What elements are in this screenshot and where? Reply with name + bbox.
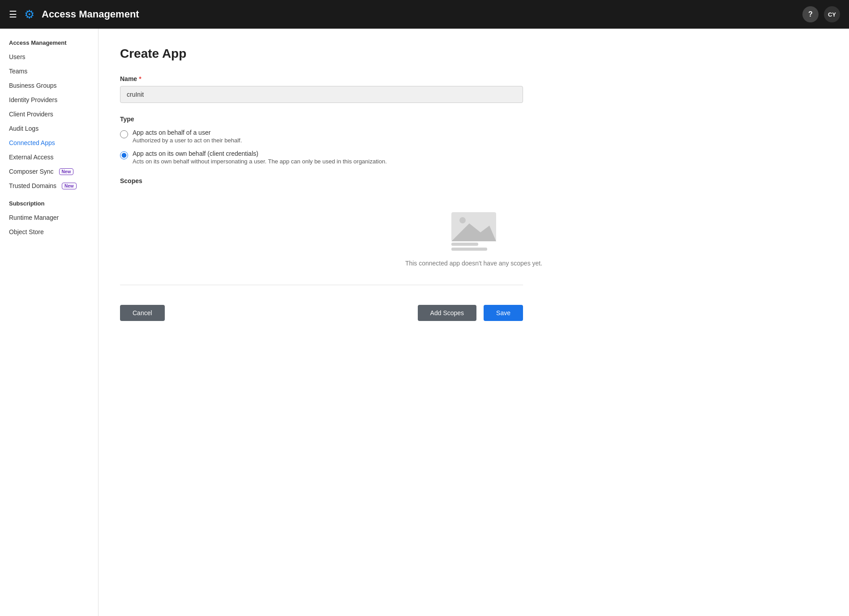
name-field-section: Name * bbox=[120, 75, 828, 103]
sidebar-item-external-access[interactable]: External Access bbox=[0, 150, 98, 164]
sidebar-item-business-groups[interactable]: Business Groups bbox=[0, 78, 98, 93]
required-star: * bbox=[139, 75, 141, 82]
scopes-label: Scopes bbox=[120, 177, 828, 184]
svg-point-2 bbox=[459, 217, 466, 223]
hamburger-icon[interactable]: ☰ bbox=[9, 9, 17, 20]
scopes-section: Scopes This connected app doesn't have a… bbox=[120, 177, 828, 285]
sidebar: Access Management Users Teams Business G… bbox=[0, 29, 99, 616]
sidebar-item-users[interactable]: Users bbox=[0, 50, 98, 64]
radio-on-behalf-label[interactable]: App acts on behalf of a user Authorized … bbox=[133, 129, 242, 144]
radio-on-behalf-input[interactable] bbox=[120, 130, 128, 138]
sidebar-section-subscription: Subscription bbox=[0, 200, 98, 210]
trusted-domains-new-badge: New bbox=[62, 183, 77, 189]
top-navbar: ☰ ⚙ Access Management ? CY bbox=[0, 0, 849, 29]
scopes-empty-illustration bbox=[438, 208, 510, 252]
sidebar-item-composer-sync[interactable]: Composer Sync New bbox=[0, 164, 98, 179]
svg-rect-3 bbox=[451, 243, 478, 246]
sidebar-item-teams[interactable]: Teams bbox=[0, 64, 98, 78]
cancel-button[interactable]: Cancel bbox=[120, 305, 165, 321]
sidebar-item-client-providers[interactable]: Client Providers bbox=[0, 107, 98, 121]
composer-sync-new-badge: New bbox=[59, 168, 74, 175]
gear-icon: ⚙ bbox=[24, 8, 34, 21]
name-input[interactable] bbox=[120, 86, 523, 103]
sidebar-item-audit-logs[interactable]: Audit Logs bbox=[0, 121, 98, 136]
radio-client-credentials-label[interactable]: App acts on its own behalf (client crede… bbox=[133, 150, 387, 165]
main-content-area: Create App Name * Type App acts on behal… bbox=[99, 29, 849, 616]
name-label: Name * bbox=[120, 75, 828, 82]
radio-client-credentials-input[interactable] bbox=[120, 151, 128, 159]
svg-rect-4 bbox=[451, 248, 487, 251]
sidebar-section-access-management: Access Management bbox=[0, 39, 98, 50]
scopes-empty-state: This connected app doesn't have any scop… bbox=[120, 193, 828, 285]
topnav-left: ☰ ⚙ Access Management bbox=[9, 8, 139, 21]
scopes-divider bbox=[120, 285, 523, 285]
type-field-section: Type App acts on behalf of a user Author… bbox=[120, 116, 828, 165]
add-scopes-button[interactable]: Add Scopes bbox=[418, 305, 477, 321]
topnav-right: ? CY bbox=[802, 6, 840, 22]
sidebar-item-connected-apps[interactable]: Connected Apps bbox=[0, 136, 98, 150]
type-label: Type bbox=[120, 116, 828, 123]
help-button[interactable]: ? bbox=[802, 6, 819, 22]
sidebar-item-object-store[interactable]: Object Store bbox=[0, 225, 98, 239]
radio-option-client-credentials: App acts on its own behalf (client crede… bbox=[120, 150, 828, 165]
main-layout: Access Management Users Teams Business G… bbox=[0, 29, 849, 616]
sidebar-item-trusted-domains[interactable]: Trusted Domains New bbox=[0, 179, 98, 193]
scopes-empty-text: This connected app doesn't have any scop… bbox=[405, 260, 542, 267]
save-button[interactable]: Save bbox=[484, 305, 523, 321]
page-title: Create App bbox=[120, 47, 828, 61]
sidebar-item-identity-providers[interactable]: Identity Providers bbox=[0, 93, 98, 107]
topnav-title: Access Management bbox=[42, 9, 139, 20]
sidebar-item-runtime-manager[interactable]: Runtime Manager bbox=[0, 210, 98, 225]
form-actions: Cancel Add Scopes Save bbox=[120, 298, 523, 321]
user-avatar[interactable]: CY bbox=[824, 6, 840, 22]
radio-option-on-behalf: App acts on behalf of a user Authorized … bbox=[120, 129, 828, 144]
